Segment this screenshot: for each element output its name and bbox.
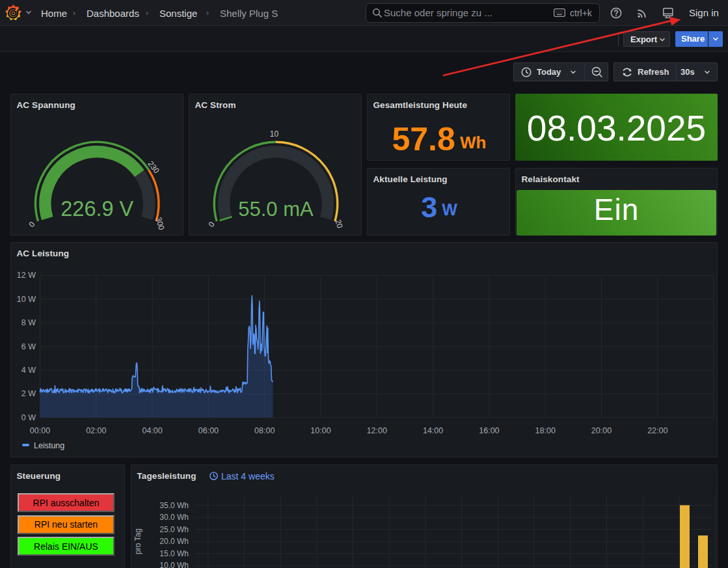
svg-text:16:00: 16:00 — [479, 426, 499, 435]
svg-text:20: 20 — [333, 219, 344, 230]
svg-text:00:00: 00:00 — [30, 426, 50, 435]
svg-text:35.0 Wh: 35.0 Wh — [159, 501, 189, 510]
svg-text:02:00: 02:00 — [86, 426, 106, 435]
svg-text:20:00: 20:00 — [591, 426, 612, 435]
svg-text:20.0 Wh: 20.0 Wh — [159, 537, 189, 546]
svg-text:10 W: 10 W — [17, 295, 36, 304]
svg-text:6 W: 6 W — [21, 342, 36, 351]
svg-text:300: 300 — [154, 216, 167, 231]
svg-text:14:00: 14:00 — [423, 426, 443, 435]
svg-text:12:00: 12:00 — [367, 426, 387, 435]
svg-text:08:00: 08:00 — [254, 426, 275, 435]
svg-text:226.9 V: 226.9 V — [61, 197, 133, 221]
svg-text:230: 230 — [146, 159, 161, 176]
svg-text:55.0 mA: 55.0 mA — [238, 198, 314, 221]
svg-text:10: 10 — [270, 129, 279, 139]
svg-text:0: 0 — [207, 220, 217, 229]
svg-text:30.0 Wh: 30.0 Wh — [159, 513, 189, 522]
svg-text:2 W: 2 W — [21, 389, 36, 398]
svg-text:06:00: 06:00 — [198, 426, 219, 435]
svg-text:0 W: 0 W — [21, 413, 36, 422]
svg-text:10.0 Wh: 10.0 Wh — [159, 561, 189, 568]
svg-text:22:00: 22:00 — [647, 426, 667, 435]
svg-text:15.0 Wh: 15.0 Wh — [159, 549, 189, 558]
svg-text:12 W: 12 W — [17, 271, 36, 280]
svg-text:8 W: 8 W — [21, 318, 36, 327]
svg-text:04:00: 04:00 — [142, 426, 162, 435]
svg-text:18:00: 18:00 — [535, 426, 556, 435]
svg-text:25.0 Wh: 25.0 Wh — [159, 525, 189, 534]
svg-text:pro Tag: pro Tag — [133, 528, 142, 554]
svg-text:10:00: 10:00 — [310, 426, 330, 435]
svg-text:Leistung: Leistung — [34, 441, 64, 450]
svg-text:4 W: 4 W — [21, 366, 36, 375]
svg-text:0: 0 — [27, 220, 36, 229]
